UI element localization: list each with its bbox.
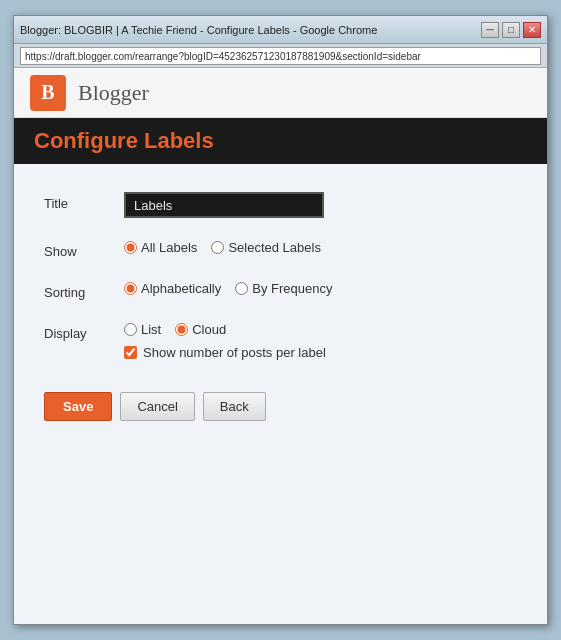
url-input[interactable]: https://draft.blogger.com/rearrange?blog… bbox=[20, 47, 541, 65]
blogger-logo: B bbox=[30, 75, 66, 111]
window-title: Blogger: BLOGBIR | A Techie Friend - Con… bbox=[20, 24, 377, 36]
by-frequency-label: By Frequency bbox=[252, 281, 332, 296]
alphabetically-option[interactable]: Alphabetically bbox=[124, 281, 221, 296]
show-controls: All Labels Selected Labels bbox=[124, 240, 517, 255]
list-label: List bbox=[141, 322, 161, 337]
close-button[interactable]: ✕ bbox=[523, 22, 541, 38]
form-content: Title Show All Labels Selected Labels So… bbox=[14, 164, 547, 624]
by-frequency-option[interactable]: By Frequency bbox=[235, 281, 332, 296]
back-button[interactable]: Back bbox=[203, 392, 266, 421]
browser-window: Blogger: BLOGBIR | A Techie Friend - Con… bbox=[13, 15, 548, 625]
sorting-controls: Alphabetically By Frequency bbox=[124, 281, 517, 296]
display-radio-group: List Cloud bbox=[124, 322, 326, 337]
title-bar: Blogger: BLOGBIR | A Techie Friend - Con… bbox=[14, 16, 547, 44]
display-label: Display bbox=[44, 322, 124, 341]
display-row: Display List Cloud Show number of posts … bbox=[44, 322, 517, 360]
selected-labels-option[interactable]: Selected Labels bbox=[211, 240, 321, 255]
cloud-radio[interactable] bbox=[175, 323, 188, 336]
window-controls: ─ □ ✕ bbox=[481, 22, 541, 38]
cloud-option[interactable]: Cloud bbox=[175, 322, 226, 337]
sorting-row: Sorting Alphabetically By Frequency bbox=[44, 281, 517, 300]
display-controls: List Cloud Show number of posts per labe… bbox=[124, 322, 326, 360]
address-bar: https://draft.blogger.com/rearrange?blog… bbox=[14, 44, 547, 68]
blogger-brand: Blogger bbox=[78, 80, 149, 106]
show-row: Show All Labels Selected Labels bbox=[44, 240, 517, 259]
show-count-label: Show number of posts per label bbox=[143, 345, 326, 360]
list-radio[interactable] bbox=[124, 323, 137, 336]
selected-labels-label: Selected Labels bbox=[228, 240, 321, 255]
all-labels-option[interactable]: All Labels bbox=[124, 240, 197, 255]
alphabetically-radio[interactable] bbox=[124, 282, 137, 295]
sorting-label: Sorting bbox=[44, 281, 124, 300]
title-input[interactable] bbox=[124, 192, 324, 218]
show-label: Show bbox=[44, 240, 124, 259]
all-labels-label: All Labels bbox=[141, 240, 197, 255]
show-count-checkbox[interactable] bbox=[124, 346, 137, 359]
title-row: Title bbox=[44, 192, 517, 218]
page-title: Configure Labels bbox=[34, 128, 214, 154]
title-controls bbox=[124, 192, 517, 218]
button-row: Save Cancel Back bbox=[44, 392, 517, 421]
page-title-bar: Configure Labels bbox=[14, 118, 547, 164]
blogger-header: B Blogger bbox=[14, 68, 547, 118]
list-option[interactable]: List bbox=[124, 322, 161, 337]
alphabetically-label: Alphabetically bbox=[141, 281, 221, 296]
selected-labels-radio[interactable] bbox=[211, 241, 224, 254]
show-count-option[interactable]: Show number of posts per label bbox=[124, 345, 326, 360]
cloud-label: Cloud bbox=[192, 322, 226, 337]
cancel-button[interactable]: Cancel bbox=[120, 392, 194, 421]
title-label: Title bbox=[44, 192, 124, 211]
by-frequency-radio[interactable] bbox=[235, 282, 248, 295]
logo-letter: B bbox=[41, 81, 54, 104]
maximize-button[interactable]: □ bbox=[502, 22, 520, 38]
save-button[interactable]: Save bbox=[44, 392, 112, 421]
minimize-button[interactable]: ─ bbox=[481, 22, 499, 38]
all-labels-radio[interactable] bbox=[124, 241, 137, 254]
